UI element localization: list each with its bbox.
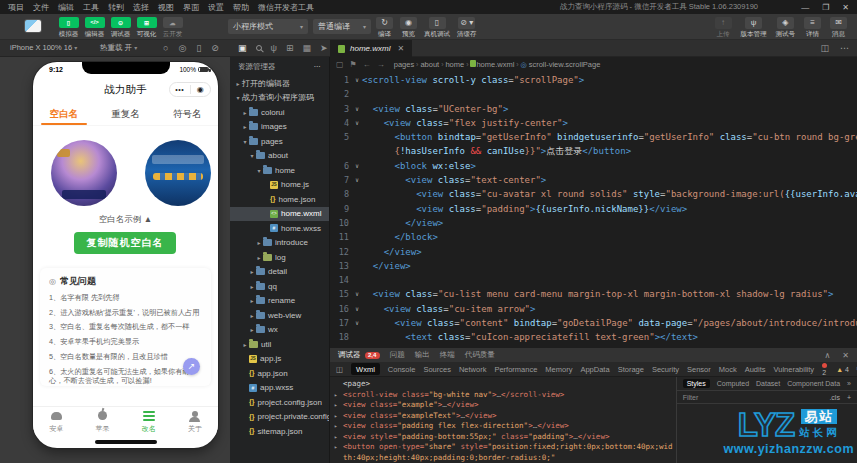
eraser-icon[interactable]: ⊘ — [211, 43, 219, 53]
files-icon[interactable]: ▣ — [238, 43, 247, 53]
editor-tab-home-wxml[interactable]: home.wxml ✕ — [330, 40, 412, 57]
menu-item-item[interactable]: 界面 — [183, 2, 199, 13]
breadcrumb-icon[interactable]: ⚑ — [350, 60, 357, 69]
tree-item-sitemap-json[interactable]: {}sitemap.json — [230, 424, 329, 439]
breadcrumb-item-scroll-view-scrollpage[interactable]: scroll-view.scrollPage — [529, 60, 601, 69]
menu-item-item[interactable]: 编辑 — [58, 2, 74, 13]
pointer-icon[interactable]: ➤ — [320, 43, 328, 53]
tree-item-app-js[interactable]: JSapp.js — [230, 352, 329, 367]
devtools-tab-wxml[interactable]: Wxml — [351, 363, 380, 375]
wxml-node[interactable]: ▸<view class="exampleText">…</view> — [334, 411, 676, 422]
search-icon[interactable] — [256, 45, 262, 51]
wechat-capsule[interactable]: ••• ◉ — [169, 82, 211, 97]
project-avatar[interactable] — [24, 19, 42, 33]
devtools-tab-audits[interactable]: Audits — [745, 365, 766, 374]
fold-icon[interactable]: ∨ — [352, 73, 362, 87]
copy-random-name-button[interactable]: 复制随机空白名 — [74, 232, 176, 254]
styles-tab-component-data[interactable]: Component Data — [787, 380, 840, 387]
expand-icon[interactable]: ▸ — [334, 442, 343, 463]
devtools-tab-appdata[interactable]: AppData — [580, 365, 609, 374]
close-tab-icon[interactable]: ✕ — [397, 44, 404, 53]
more-icon[interactable]: ••• — [170, 86, 190, 93]
split-editor-icon[interactable]: ◫ — [820, 43, 829, 53]
toolbar-button-item[interactable]: </>编辑器 — [84, 17, 105, 39]
wxml-node[interactable]: ▸<view class="padding flex flex-directio… — [334, 421, 676, 432]
tabbar-item-item[interactable]: 苹果 — [79, 407, 125, 436]
fold-icon[interactable]: ∨ — [352, 159, 362, 173]
fold-icon[interactable]: ∨ — [352, 116, 362, 130]
menu-item-item[interactable]: 转到 — [108, 2, 124, 13]
devtools-tab-memory[interactable]: Memory — [545, 365, 572, 374]
debugger-panel-tab-item[interactable]: 调试器2,4 — [338, 350, 380, 360]
devtools-tab-mock[interactable]: Mock — [719, 365, 737, 374]
more-tabs-icon[interactable]: » — [847, 380, 851, 387]
menu-item-item[interactable]: 设置 — [208, 2, 224, 13]
compile-select[interactable]: 普通编译 ▾ — [313, 19, 371, 34]
menu-item-item[interactable]: 选择 — [133, 2, 149, 13]
fold-icon[interactable]: ∨ — [352, 287, 362, 301]
explorer-more-icon[interactable]: ⋯ — [314, 62, 322, 71]
split-layout-icon[interactable]: ⊞ — [286, 43, 294, 53]
expand-icon[interactable]: ▸ — [334, 411, 343, 422]
tree-item-log[interactable]: ▸log — [230, 250, 329, 265]
devtools-tab-network[interactable]: Network — [459, 365, 487, 374]
wxml-node[interactable]: ▸<scroll-view class="bg-white nav">…</sc… — [334, 390, 676, 401]
styles-tab-styles[interactable]: Styles — [683, 379, 710, 388]
tabbar-item-item[interactable]: 安卓 — [33, 407, 79, 436]
menu-item-item[interactable]: 项目 — [8, 2, 24, 13]
breadcrumb-item-home-wxml[interactable]: home.wxml — [476, 60, 514, 69]
devtools-tab-performance[interactable]: Performance — [494, 365, 537, 374]
fold-icon[interactable]: ∨ — [352, 102, 362, 116]
tree-item-rename[interactable]: ▸rename — [230, 294, 329, 309]
devtools-tab-storage[interactable]: Storage — [618, 365, 644, 374]
styles-tab-dataset[interactable]: Dataset — [756, 380, 780, 387]
share-button[interactable]: ↗ — [183, 358, 200, 375]
collapse-icon[interactable]: ∧ — [824, 351, 830, 360]
error-indicator[interactable]: 2 — [822, 362, 829, 376]
debugger-panel-tab-item[interactable]: 输出 — [415, 350, 430, 360]
code-area[interactable]: 1∨<scroll-view scroll-y class="scrollPag… — [330, 73, 857, 348]
tab-item[interactable]: 空白名 — [33, 102, 95, 125]
fold-icon[interactable]: ∨ — [352, 173, 362, 187]
tree-item-home[interactable]: ▾home — [230, 163, 329, 178]
toolbar-button-item[interactable]: ⊞可视化 — [136, 17, 157, 39]
device-icon[interactable]: ▯ — [196, 43, 201, 53]
minimize-icon[interactable]: — — [801, 3, 809, 12]
maximize-icon[interactable]: ❐ — [822, 3, 829, 12]
devtools-tab-sensor[interactable]: Sensor — [687, 365, 711, 374]
action-button-item[interactable]: ◈测试号 — [776, 17, 796, 40]
menu-item-item[interactable]: 视图 — [158, 2, 174, 13]
tree-item-home-json[interactable]: {}home.json — [230, 192, 329, 207]
debugger-panel-tab-item[interactable]: 问题 — [390, 350, 405, 360]
media-icon[interactable]: ▦ — [302, 43, 311, 53]
devtools-tab-vulnerability[interactable]: Vulnerability — [774, 365, 815, 374]
git-branch-icon[interactable]: ψ — [271, 43, 277, 53]
menu-item-item[interactable]: 文件 — [33, 2, 49, 13]
tree-item-qq[interactable]: ▸qq — [230, 279, 329, 294]
expand-icon[interactable]: ▸ — [334, 400, 343, 411]
exit-icon[interactable]: ◉ — [190, 85, 211, 94]
action-button-item[interactable]: ψ版本管理 — [741, 17, 767, 40]
tree-item-app-json[interactable]: {}app.json — [230, 366, 329, 381]
styles-tab-computed[interactable]: Computed — [717, 380, 749, 387]
toolbar-button-item[interactable]: ⊙调试器 — [110, 17, 131, 39]
toolbar-button-item[interactable]: ☁云开发 — [162, 17, 183, 39]
breadcrumb-icon[interactable]: ← — [363, 60, 371, 69]
filter-input[interactable]: Filter — [683, 394, 699, 401]
tabbar-item-item[interactable]: 改名 — [126, 407, 172, 436]
dock-side-icon[interactable]: ◫ — [336, 365, 343, 374]
fold-icon[interactable]: ∨ — [352, 302, 362, 316]
toolbar-button-item[interactable]: ▯模拟器 — [58, 17, 79, 39]
action-button-item[interactable]: ↑上传 — [715, 17, 732, 40]
tree-item-project-config-json[interactable]: {}project.config.json — [230, 395, 329, 410]
hot-reload-toggle[interactable]: 热重载 开 ▾ — [100, 40, 137, 57]
mode-select[interactable]: 小程序模式 ▾ — [228, 19, 308, 34]
debugger-panel-tab-item[interactable]: 代码质量 — [465, 350, 495, 360]
sample-caption[interactable]: 空白名示例 ▲ — [33, 214, 218, 226]
action-button-item[interactable]: ↻编译 — [376, 17, 393, 40]
tree-item-item[interactable]: ▸打开的编辑器 — [230, 76, 329, 91]
add-style-icon[interactable]: + — [847, 394, 851, 401]
breadcrumb-item-pages[interactable]: pages — [394, 60, 414, 69]
tree-item-item[interactable]: ▾战力查询小程序源码 — [230, 91, 329, 106]
action-button-item[interactable]: ✉消息 — [830, 17, 847, 40]
